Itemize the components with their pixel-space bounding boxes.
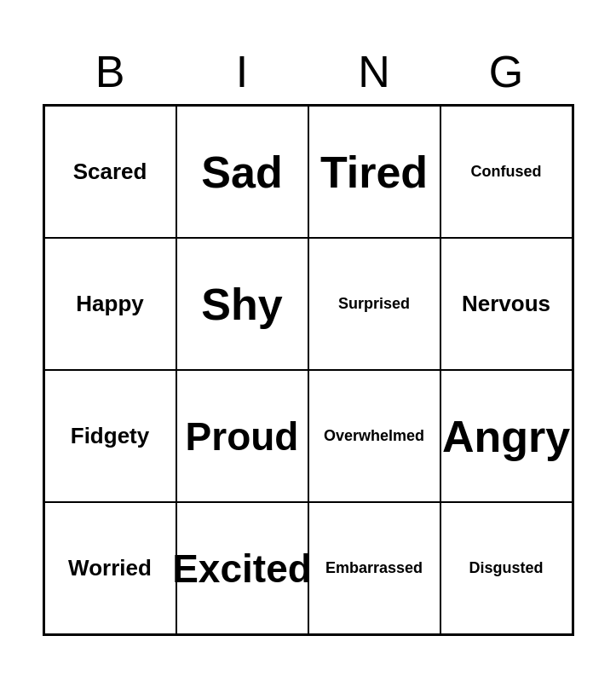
cell-text: Surprised — [338, 295, 410, 313]
bingo-cell: Nervous — [440, 238, 573, 370]
cell-text: Tired — [320, 147, 428, 198]
cell-text: Angry — [442, 411, 570, 462]
bingo-cell: Disgusted — [440, 502, 573, 634]
cell-text: Nervous — [462, 291, 550, 317]
cell-text: Sad — [201, 147, 282, 198]
header-letter: I — [176, 46, 308, 97]
cell-text: Fidgety — [71, 423, 149, 449]
bingo-cell: Fidgety — [44, 370, 176, 502]
bingo-cell: Surprised — [308, 238, 440, 370]
bingo-grid: ScaredSadTiredConfusedHappyShySurprisedN… — [43, 104, 574, 636]
bingo-cell: Embarrassed — [308, 502, 440, 634]
bingo-cell: Happy — [44, 238, 176, 370]
bingo-cell: Overwhelmed — [308, 370, 440, 502]
cell-text: Happy — [76, 291, 143, 317]
cell-text: Overwhelmed — [324, 427, 424, 445]
bingo-cell: Tired — [308, 106, 440, 238]
cell-text: Scared — [73, 159, 147, 185]
cell-text: Excited — [172, 546, 312, 592]
bingo-cell: Confused — [440, 106, 573, 238]
bingo-cell: Sad — [176, 106, 308, 238]
header-letter: N — [308, 46, 440, 97]
cell-text: Shy — [201, 279, 282, 330]
bingo-header: BING — [44, 46, 573, 97]
bingo-cell: Angry — [440, 370, 573, 502]
cell-text: Disgusted — [469, 559, 543, 577]
bingo-cell: Proud — [176, 370, 308, 502]
cell-text: Confused — [471, 163, 542, 181]
cell-text: Proud — [186, 413, 299, 459]
bingo-cell: Shy — [176, 238, 308, 370]
bingo-board: BING ScaredSadTiredConfusedHappyShySurpr… — [26, 29, 591, 653]
bingo-cell: Excited — [176, 502, 308, 634]
header-letter: G — [440, 46, 573, 97]
cell-text: Embarrassed — [325, 559, 423, 577]
cell-text: Worried — [68, 555, 152, 581]
bingo-cell: Worried — [44, 502, 176, 634]
bingo-cell: Scared — [44, 106, 176, 238]
header-letter: B — [44, 46, 176, 97]
